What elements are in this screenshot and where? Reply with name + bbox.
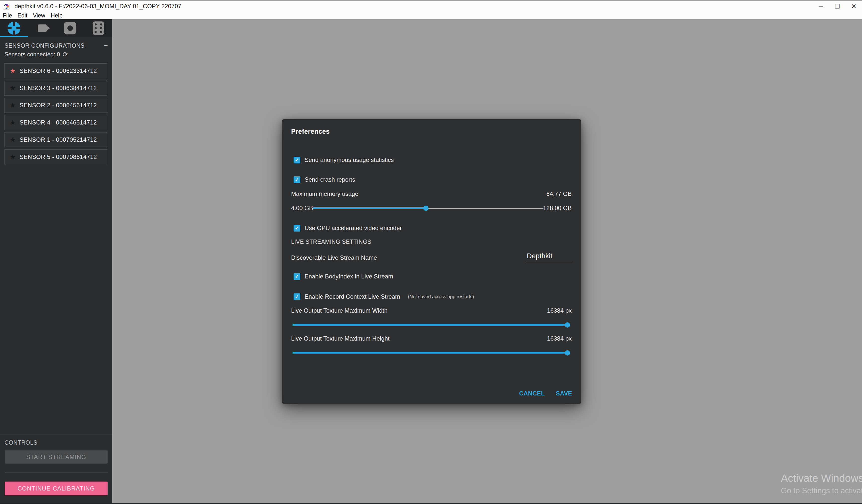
start-streaming-button[interactable]: START STREAMING bbox=[5, 450, 108, 464]
send-stats-label: Send anonymous usage statistics bbox=[304, 157, 394, 163]
sensor-configurations-title: SENSOR CONFIGURATIONS bbox=[4, 42, 84, 49]
gpu-checkbox[interactable]: ✓ bbox=[293, 225, 300, 231]
sensor-item[interactable]: ★ SENSOR 2 - 000645614712 bbox=[4, 98, 107, 113]
sensor-item[interactable]: ★ SENSOR 4 - 000646514712 bbox=[4, 115, 107, 130]
refresh-icon[interactable]: ⟳ bbox=[62, 51, 68, 58]
send-crash-label: Send crash reports bbox=[304, 176, 355, 183]
height-slider-handle[interactable] bbox=[565, 350, 570, 356]
gpu-label: Use GPU accelerated video encoder bbox=[304, 225, 402, 231]
record-icon bbox=[64, 22, 76, 35]
continue-calibrating-button[interactable]: CONTINUE CALIBRATING bbox=[5, 481, 108, 495]
width-slider-handle[interactable] bbox=[565, 322, 570, 328]
sensor-label: SENSOR 3 - 000638414712 bbox=[19, 84, 97, 92]
star-icon[interactable]: ★ bbox=[10, 85, 16, 92]
height-label: Live Output Texture Maximum Height bbox=[291, 335, 389, 342]
dialog-buttons: CANCEL SAVE bbox=[519, 389, 572, 397]
window-title: depthkit v0.6.0 - F:/2022-06-03_MOMI_DAY… bbox=[14, 3, 181, 10]
record-context-label: Enable Record Context Live Stream bbox=[304, 293, 400, 300]
window-controls: – ☐ ✕ bbox=[812, 0, 862, 12]
width-value: 16384 px bbox=[547, 307, 572, 314]
width-slider-fill bbox=[292, 324, 567, 326]
tab-clips[interactable] bbox=[84, 19, 113, 37]
watermark-line2: Go to Settings to activate Windows. bbox=[781, 486, 862, 495]
tab-record[interactable] bbox=[56, 19, 84, 37]
memory-label: Maximum memory usage bbox=[291, 190, 358, 197]
sensor-item[interactable]: ★ SENSOR 6 - 000623314712 bbox=[4, 63, 107, 78]
star-icon[interactable]: ★ bbox=[10, 136, 16, 143]
gpu-row: ✓ Use GPU accelerated video encoder bbox=[293, 225, 402, 231]
title-bar: depthkit v0.6.0 - F:/2022-06-03_MOMI_DAY… bbox=[0, 0, 862, 12]
menu-edit[interactable]: Edit bbox=[15, 12, 30, 19]
controls-section: CONTROLS START STREAMING CONTINUE CALIBR… bbox=[0, 434, 112, 495]
sensor-label: SENSOR 6 - 000623314712 bbox=[19, 67, 97, 74]
send-stats-row: ✓ Send anonymous usage statistics bbox=[293, 157, 394, 163]
sensor-item[interactable]: ★ SENSOR 3 - 000638414712 bbox=[4, 81, 107, 95]
star-icon[interactable]: ★ bbox=[10, 102, 16, 109]
maximize-button[interactable]: ☐ bbox=[829, 0, 846, 12]
sensors-connected-row: Sensors connected: 0 ⟳ bbox=[4, 50, 108, 58]
record-context-checkbox[interactable]: ✓ bbox=[293, 293, 300, 300]
memory-min-label: 4.00 GB bbox=[291, 205, 313, 211]
width-slider[interactable] bbox=[292, 322, 567, 327]
memory-max-label: 128.00 GB bbox=[543, 205, 572, 211]
controls-title: CONTROLS bbox=[4, 439, 108, 446]
sensor-configurations-header: SENSOR CONFIGURATIONS − bbox=[4, 41, 108, 50]
menu-help[interactable]: Help bbox=[48, 12, 65, 19]
menu-file[interactable]: File bbox=[0, 12, 15, 19]
sidebar-tabstrip bbox=[0, 19, 112, 37]
dialog-title: Preferences bbox=[291, 128, 330, 135]
close-button[interactable]: ✕ bbox=[846, 0, 862, 12]
watermark-line1: Activate Windows bbox=[781, 472, 862, 484]
bodyindex-label: Enable BodyIndex in Live Stream bbox=[304, 273, 393, 280]
width-label: Live Output Texture Maximum Width bbox=[291, 307, 388, 314]
live-streaming-header: LIVE STREAMING SETTINGS bbox=[291, 238, 371, 245]
sensor-label: SENSOR 5 - 000708614712 bbox=[19, 154, 97, 160]
sensor-item[interactable]: ★ SENSOR 5 - 000708614712 bbox=[4, 149, 107, 164]
window-bottom-edge bbox=[0, 503, 862, 504]
activate-windows-watermark: Activate Windows Go to Settings to activ… bbox=[781, 472, 862, 495]
stream-name-row: Discoverable Live Stream Name bbox=[291, 254, 516, 261]
height-value: 16384 px bbox=[547, 335, 572, 342]
collapse-section-icon[interactable]: − bbox=[104, 43, 108, 48]
cancel-button[interactable]: CANCEL bbox=[519, 390, 545, 397]
star-icon[interactable]: ★ bbox=[10, 68, 16, 74]
stream-name-label: Discoverable Live Stream Name bbox=[291, 254, 377, 261]
record-context-row: ✓ Enable Record Context Live Stream (Not… bbox=[293, 293, 474, 300]
menu-bar: File Edit View Help bbox=[0, 12, 862, 19]
memory-value: 64.77 GB bbox=[547, 190, 572, 197]
height-label-row: Live Output Texture Maximum Height 16384… bbox=[291, 335, 572, 342]
width-label-row: Live Output Texture Maximum Width 16384 … bbox=[291, 307, 572, 314]
preferences-dialog: Preferences ✓ Send anonymous usage stati… bbox=[282, 119, 581, 404]
tab-sensors[interactable] bbox=[0, 19, 28, 37]
film-clip-icon bbox=[93, 22, 104, 35]
sidebar: SENSOR CONFIGURATIONS − Sensors connecte… bbox=[0, 19, 112, 504]
height-slider-fill bbox=[292, 352, 567, 354]
send-stats-checkbox[interactable]: ✓ bbox=[293, 157, 300, 163]
memory-slider[interactable] bbox=[313, 205, 544, 211]
controls-divider bbox=[5, 473, 108, 473]
menu-view[interactable]: View bbox=[30, 12, 48, 19]
height-slider[interactable] bbox=[292, 350, 567, 355]
app-logo-icon bbox=[3, 3, 10, 10]
sensor-item[interactable]: ★ SENSOR 1 - 000705214712 bbox=[4, 132, 107, 147]
save-button[interactable]: SAVE bbox=[556, 390, 572, 397]
sensor-list: ★ SENSOR 6 - 000623314712 ★ SENSOR 3 - 0… bbox=[4, 63, 108, 164]
sensor-crosshair-icon bbox=[8, 22, 21, 35]
memory-label-row: Maximum memory usage 64.77 GB bbox=[291, 190, 572, 197]
send-crash-row: ✓ Send crash reports bbox=[293, 176, 355, 183]
bodyindex-checkbox[interactable]: ✓ bbox=[293, 273, 300, 280]
star-icon[interactable]: ★ bbox=[10, 154, 16, 160]
record-context-note: (Not saved across app restarts) bbox=[408, 294, 474, 300]
memory-slider-handle[interactable] bbox=[423, 205, 428, 211]
stream-name-input[interactable]: Depthkit bbox=[527, 252, 572, 263]
sensor-label: SENSOR 4 - 000646514712 bbox=[19, 119, 97, 126]
active-tab-underline bbox=[0, 36, 28, 37]
video-camera-icon bbox=[38, 25, 47, 32]
app-logo-hole bbox=[4, 5, 7, 9]
minimize-button[interactable]: – bbox=[812, 0, 829, 12]
sensor-label: SENSOR 1 - 000705214712 bbox=[19, 136, 97, 143]
send-crash-checkbox[interactable]: ✓ bbox=[293, 176, 300, 183]
star-icon[interactable]: ★ bbox=[10, 119, 16, 126]
tab-camera[interactable] bbox=[28, 19, 56, 37]
memory-slider-fill bbox=[313, 207, 426, 209]
